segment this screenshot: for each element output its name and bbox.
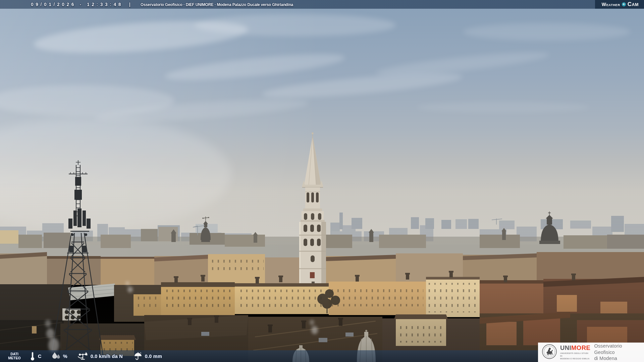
rain-value: 0.0 mm [145, 354, 162, 359]
rain-umbrella-icon [133, 352, 143, 361]
weathercam-cam-text: CAM [628, 1, 639, 8]
timestamp: 09/01/2026 - 12:33:48 [31, 2, 123, 7]
weathercam-logo[interactable]: WEATHER CAM [595, 0, 644, 9]
separator: | [129, 2, 130, 7]
humidity-value: % [63, 354, 67, 359]
unimore-logo-box[interactable]: UNIMORE UNIVERSITÀ DEGLI STUDI DI MODENA… [538, 343, 644, 362]
unimore-uni-text: UNI [560, 344, 571, 351]
webcam-page: 09/01/2026 - 12:33:48 | Osservatorio Geo… [0, 0, 644, 362]
weathercam-weather-text: WEATHER [602, 2, 620, 7]
humidity-drops-icon [52, 352, 61, 360]
top-overlay-bar: 09/01/2026 - 12:33:48 | Osservatorio Geo… [0, 0, 644, 9]
wind-anemometer-icon [77, 352, 88, 361]
unimore-wordmark: UNIMORE UNIVERSITÀ DEGLI STUDI DI MODENA… [560, 345, 591, 360]
weathercam-dot-icon [622, 2, 626, 6]
university-name-line1: UNIVERSITÀ DEGLI STUDI DI [560, 352, 591, 357]
webcam-photo [0, 0, 644, 362]
camera-title: Osservatorio Geofisico - DIEF UNIMORE - … [141, 2, 293, 7]
wind-value: 0.0 km/h da N [91, 354, 123, 359]
thermometer-icon [30, 352, 35, 361]
observatory-name: Osservatorio Geofisico di Modena [594, 343, 644, 362]
unimore-seal-icon [542, 344, 557, 361]
unimore-more-text: MORE [571, 344, 590, 351]
data-label: DATI METEO [5, 352, 23, 360]
university-name-line2: MODENA E REGGIO EMILIA [560, 357, 591, 360]
temperature-value: C [38, 354, 42, 359]
